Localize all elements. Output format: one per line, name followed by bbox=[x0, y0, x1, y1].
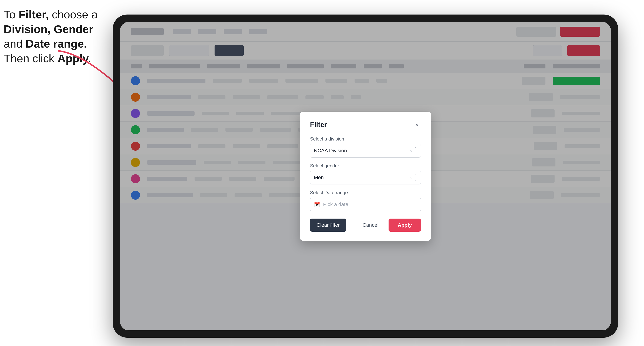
filter-dialog: Filter × Select a division NCAA Division… bbox=[300, 112, 431, 241]
dialog-close-button[interactable]: × bbox=[413, 121, 421, 129]
tablet-screen: Filter × Select a division NCAA Division… bbox=[120, 22, 611, 330]
gender-clear-icon[interactable]: × bbox=[410, 175, 412, 180]
tablet-frame: Filter × Select a division NCAA Division… bbox=[113, 14, 618, 338]
instruction-bold2: Division, Gender bbox=[4, 23, 93, 35]
instruction-line3: and Date range. bbox=[4, 37, 87, 50]
division-select-controls: × ⌃⌄ bbox=[410, 146, 417, 155]
dialog-right-buttons: Cancel Apply bbox=[356, 219, 421, 232]
date-placeholder: Pick a date bbox=[323, 201, 348, 207]
division-clear-icon[interactable]: × bbox=[410, 149, 412, 153]
gender-select-controls: × ⌃⌄ bbox=[410, 173, 417, 182]
dialog-overlay: Filter × Select a division NCAA Division… bbox=[120, 22, 611, 330]
instruction-line4: Then click Apply. bbox=[4, 52, 91, 65]
gender-form-group: Select gender Men × ⌃⌄ bbox=[310, 163, 421, 184]
dialog-header: Filter × bbox=[310, 121, 421, 129]
clear-filter-button[interactable]: Clear filter bbox=[310, 219, 346, 232]
cancel-button[interactable]: Cancel bbox=[356, 219, 385, 232]
division-chevron-icon[interactable]: ⌃⌄ bbox=[414, 146, 417, 155]
dialog-footer: Clear filter Cancel Apply bbox=[310, 219, 421, 232]
division-selected-value: NCAA Division I bbox=[314, 148, 350, 154]
apply-button[interactable]: Apply bbox=[388, 219, 421, 232]
gender-selected-value: Men bbox=[314, 175, 324, 180]
division-select[interactable]: NCAA Division I × ⌃⌄ bbox=[310, 144, 421, 158]
gender-label: Select gender bbox=[310, 163, 421, 169]
division-label: Select a division bbox=[310, 136, 421, 142]
gender-chevron-icon[interactable]: ⌃⌄ bbox=[414, 173, 417, 182]
date-label: Select Date range bbox=[310, 190, 421, 195]
dialog-title: Filter bbox=[310, 121, 327, 129]
gender-select[interactable]: Men × ⌃⌄ bbox=[310, 171, 421, 184]
division-form-group: Select a division NCAA Division I × ⌃⌄ bbox=[310, 136, 421, 158]
instruction-line1: To Filter, choose a bbox=[4, 8, 98, 21]
date-form-group: Select Date range 📅 Pick a date bbox=[310, 190, 421, 211]
date-range-input[interactable]: 📅 Pick a date bbox=[310, 198, 421, 211]
calendar-icon: 📅 bbox=[314, 201, 320, 207]
instruction-text: To Filter, choose a Division, Gender and… bbox=[4, 7, 109, 66]
